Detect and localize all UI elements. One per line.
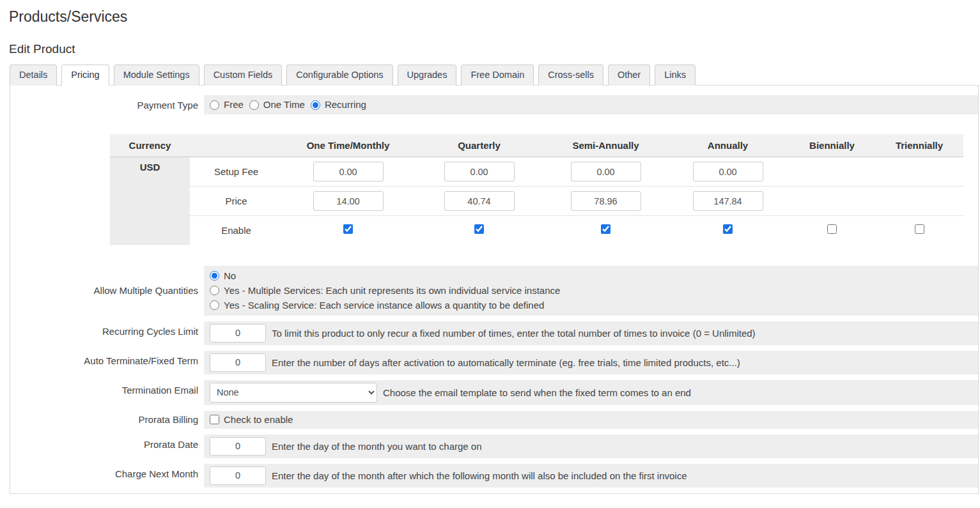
payment-type-onetime-radio[interactable]: [249, 100, 259, 110]
pricing-table: Currency One Time/Monthly Quarterly Semi…: [110, 134, 963, 245]
col-header-semiannually: Semi-Annually: [545, 134, 667, 157]
enable-quarterly-checkbox[interactable]: [474, 224, 484, 234]
allow-multiple-quantities-label: Allow Multiple Quantities: [10, 285, 204, 296]
tab-free-domain[interactable]: Free Domain: [461, 65, 534, 86]
currency-cell: USD: [110, 157, 190, 245]
pricing-panel: Payment Type Free One Time Recurring Cur…: [10, 85, 979, 494]
col-header-spacer: [190, 134, 283, 157]
enable-row: Enable: [110, 216, 963, 245]
prorata-billing-field: Check to enable: [204, 411, 978, 429]
col-header-annually: Annually: [667, 134, 789, 157]
enable-annually-checkbox[interactable]: [723, 224, 733, 234]
prorata-date-description: Enter the day of the month you want to c…: [272, 441, 482, 452]
termination-email-field: None Choose the email template to send w…: [204, 380, 978, 405]
payment-type-label: Payment Type: [10, 95, 204, 114]
setup-fee-label: Setup Fee: [190, 157, 283, 187]
prorata-date-label: Prorata Date: [10, 435, 204, 458]
enable-triennially-checkbox[interactable]: [915, 224, 924, 234]
page-title: Products/Services: [9, 8, 980, 26]
payment-type-free-radio[interactable]: [210, 100, 219, 110]
charge-next-month-row: Charge Next Month Enter the day of the m…: [10, 464, 978, 488]
prorata-date-input[interactable]: [210, 437, 266, 456]
payment-type-field: Free One Time Recurring: [204, 95, 978, 114]
recurring-cycles-limit-description: To limit this product to only recur a fi…: [272, 328, 756, 339]
payment-type-row: Payment Type Free One Time Recurring: [10, 95, 978, 114]
col-header-triennially: Triennially: [875, 134, 963, 157]
price-label: Price: [190, 187, 283, 216]
auto-terminate-description: Enter the number of days after activatio…: [272, 357, 740, 368]
charge-next-month-description: Enter the day of the month after which t…: [272, 470, 687, 481]
tab-other[interactable]: Other: [608, 65, 650, 86]
price-semiannually-input[interactable]: [571, 191, 641, 211]
setup-fee-annually-input[interactable]: [693, 162, 763, 181]
recurring-cycles-limit-field: To limit this product to only recur a fi…: [204, 321, 978, 345]
termination-email-description: Choose the email template to send when t…: [383, 387, 691, 398]
setup-fee-quarterly-input[interactable]: [444, 162, 515, 181]
col-header-biennially: Biennially: [789, 134, 875, 157]
payment-type-onetime-label: One Time: [263, 98, 305, 112]
prorata-date-row: Prorata Date Enter the day of the month …: [10, 435, 978, 458]
allow-multiple-quantities-row: Allow Multiple Quantities No Yes - Multi…: [10, 266, 978, 316]
enable-label: Enable: [190, 216, 283, 245]
price-biennially-empty: [789, 187, 875, 216]
prorata-billing-row: Prorata Billing Check to enable: [10, 411, 978, 429]
col-header-currency: Currency: [110, 134, 190, 157]
prorata-billing-checkbox-label: Check to enable: [224, 413, 293, 427]
tab-custom-fields[interactable]: Custom Fields: [204, 65, 283, 86]
price-row: Price: [110, 187, 963, 216]
charge-next-month-label: Charge Next Month: [10, 464, 204, 488]
setup-fee-semiannually-input[interactable]: [571, 162, 641, 181]
auto-terminate-field: Enter the number of days after activatio…: [204, 351, 978, 374]
col-header-monthly: One Time/Monthly: [283, 134, 414, 157]
tab-links[interactable]: Links: [655, 65, 696, 86]
auto-terminate-input[interactable]: [210, 353, 266, 372]
setup-fee-monthly-input[interactable]: [313, 162, 384, 181]
tab-bar: Details Pricing Module Settings Custom F…: [10, 65, 980, 85]
price-quarterly-input[interactable]: [444, 191, 515, 211]
setup-fee-row: USD Setup Fee: [110, 157, 963, 187]
recurring-cycles-limit-row: Recurring Cycles Limit To limit this pro…: [10, 321, 978, 345]
amq-scaling-service-label: Yes - Scaling Service: Each service inst…: [224, 298, 544, 312]
amq-multiple-services-label: Yes - Multiple Services: Each unit repre…: [224, 284, 560, 298]
enable-biennially-checkbox[interactable]: [827, 224, 837, 234]
allow-multiple-quantities-field: No Yes - Multiple Services: Each unit re…: [204, 266, 978, 316]
tab-pricing[interactable]: Pricing: [61, 65, 109, 86]
enable-semiannually-checkbox[interactable]: [601, 224, 611, 234]
auto-terminate-row: Auto Terminate/Fixed Term Enter the numb…: [10, 351, 978, 374]
recurring-cycles-limit-input[interactable]: [210, 324, 266, 343]
tab-module-settings[interactable]: Module Settings: [114, 65, 199, 86]
amq-no-label: No: [224, 269, 236, 283]
col-header-quarterly: Quarterly: [414, 134, 545, 157]
termination-email-row: Termination Email None Choose the email …: [10, 380, 978, 405]
payment-type-free-label: Free: [224, 98, 244, 112]
tab-configurable-options[interactable]: Configurable Options: [286, 65, 393, 86]
auto-terminate-label: Auto Terminate/Fixed Term: [10, 351, 204, 374]
price-triennially-empty: [875, 187, 963, 216]
page-subtitle: Edit Product: [9, 42, 980, 56]
charge-next-month-field: Enter the day of the month after which t…: [204, 464, 978, 488]
prorata-billing-label: Prorata Billing: [10, 414, 204, 425]
termination-email-label: Termination Email: [10, 380, 204, 405]
enable-monthly-checkbox[interactable]: [343, 224, 353, 234]
tab-upgrades[interactable]: Upgrades: [398, 65, 457, 86]
charge-next-month-input[interactable]: [210, 466, 266, 485]
prorata-date-field: Enter the day of the month you want to c…: [204, 435, 978, 458]
termination-email-select[interactable]: None: [210, 383, 377, 403]
pricing-table-header-row: Currency One Time/Monthly Quarterly Semi…: [110, 134, 963, 157]
payment-type-recurring-label: Recurring: [325, 98, 366, 112]
price-monthly-input[interactable]: [313, 191, 384, 211]
setup-fee-triennially-empty: [875, 157, 963, 187]
setup-fee-biennially-empty: [789, 157, 875, 187]
tab-details[interactable]: Details: [10, 65, 57, 86]
tab-cross-sells[interactable]: Cross-sells: [538, 65, 603, 86]
amq-scaling-service-radio[interactable]: [210, 300, 219, 310]
recurring-cycles-limit-label: Recurring Cycles Limit: [10, 321, 204, 345]
amq-no-radio[interactable]: [210, 271, 219, 281]
amq-multiple-services-radio[interactable]: [210, 286, 219, 295]
payment-type-recurring-radio[interactable]: [311, 100, 320, 110]
price-annually-input[interactable]: [693, 191, 763, 211]
prorata-billing-checkbox[interactable]: [210, 415, 219, 424]
